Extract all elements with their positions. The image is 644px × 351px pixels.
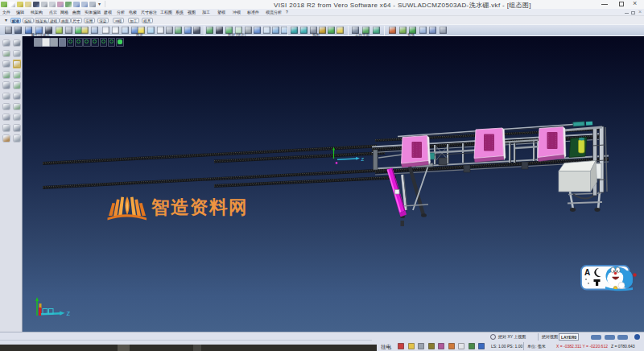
svg-text:A: A <box>584 268 590 277</box>
svg-text:Z: Z <box>67 310 71 317</box>
svg-text:Z: Z <box>361 157 365 162</box>
svg-text:智造资料网: 智造资料网 <box>151 197 248 217</box>
